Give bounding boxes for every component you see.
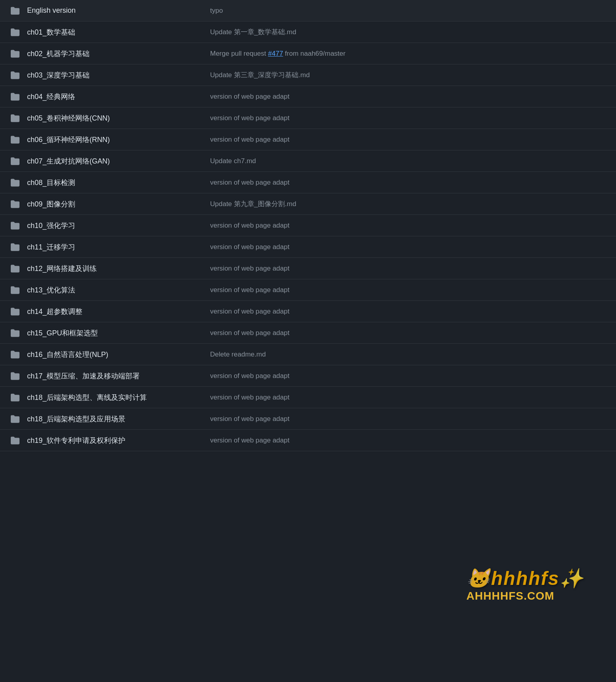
file-name[interactable]: ch05_卷积神经网络(CNN) xyxy=(27,113,194,123)
table-row[interactable]: ch16_自然语言处理(NLP)Delete readme.md xyxy=(0,344,616,365)
folder-icon xyxy=(8,350,22,359)
commit-message: version of web page adapt xyxy=(194,265,608,273)
commit-message: version of web page adapt xyxy=(194,222,608,230)
table-row[interactable]: ch02_机器学习基础Merge pull request #477 from … xyxy=(0,43,616,64)
folder-icon xyxy=(8,221,22,230)
file-name[interactable]: ch12_网络搭建及训练 xyxy=(27,264,194,273)
file-name[interactable]: ch13_优化算法 xyxy=(27,285,194,295)
file-name[interactable]: ch16_自然语言处理(NLP) xyxy=(27,350,194,359)
commit-message: Update 第一章_数学基础.md xyxy=(194,27,608,37)
commit-message: version of web page adapt xyxy=(194,436,608,444)
file-list: English versiontypo ch01_数学基础Update 第一章_… xyxy=(0,0,616,451)
commit-message: version of web page adapt xyxy=(194,415,608,423)
commit-message: Update ch7.md xyxy=(194,157,608,165)
file-name[interactable]: ch19_软件专利申请及权利保护 xyxy=(27,436,194,445)
folder-icon xyxy=(8,264,22,273)
commit-link[interactable]: #477 xyxy=(268,50,283,57)
table-row[interactable]: ch15_GPU和框架选型version of web page adapt xyxy=(0,322,616,344)
commit-message: version of web page adapt xyxy=(194,243,608,251)
folder-icon xyxy=(8,28,22,37)
commit-message: version of web page adapt xyxy=(194,179,608,187)
folder-icon xyxy=(8,157,22,166)
commit-message: version of web page adapt xyxy=(194,136,608,144)
folder-icon xyxy=(8,200,22,208)
watermark-text: 🐱hhhhfs✨ xyxy=(466,567,584,590)
folder-icon xyxy=(8,393,22,402)
commit-message: Delete readme.md xyxy=(194,351,608,359)
folder-icon xyxy=(8,49,22,58)
file-name[interactable]: ch08_目标检测 xyxy=(27,178,194,187)
commit-message: Merge pull request #477 from naah69/mast… xyxy=(194,50,608,58)
watermark: 🐱hhhhfs✨ AHHHHFS.COM xyxy=(466,567,584,602)
commit-message: version of web page adapt xyxy=(194,308,608,316)
table-row[interactable]: ch18_后端架构选型及应用场景version of web page adap… xyxy=(0,408,616,430)
file-name[interactable]: ch18_后端架构选型及应用场景 xyxy=(27,414,194,424)
folder-icon xyxy=(8,178,22,187)
commit-message: version of web page adapt xyxy=(194,286,608,294)
table-row[interactable]: ch09_图像分割Update 第九章_图像分割.md xyxy=(0,193,616,215)
commit-message: Update 第三章_深度学习基础.md xyxy=(194,70,608,80)
table-row[interactable]: ch19_软件专利申请及权利保护version of web page adap… xyxy=(0,430,616,451)
commit-message: Update 第九章_图像分割.md xyxy=(194,199,608,208)
table-row[interactable]: ch12_网络搭建及训练version of web page adapt xyxy=(0,258,616,279)
file-name[interactable]: ch18_后端架构选型、离线及实时计算 xyxy=(27,393,194,402)
file-name[interactable]: ch06_循环神经网络(RNN) xyxy=(27,135,194,144)
file-name[interactable]: ch10_强化学习 xyxy=(27,221,194,230)
commit-message: version of web page adapt xyxy=(194,394,608,401)
folder-icon xyxy=(8,135,22,144)
table-row[interactable]: ch03_深度学习基础Update 第三章_深度学习基础.md xyxy=(0,64,616,86)
folder-icon xyxy=(8,71,22,80)
folder-icon xyxy=(8,243,22,251)
table-row[interactable]: ch13_优化算法version of web page adapt xyxy=(0,279,616,301)
table-row[interactable]: ch14_超参数调整version of web page adapt xyxy=(0,301,616,322)
file-name[interactable]: ch17_模型压缩、加速及移动端部署 xyxy=(27,371,194,381)
table-row[interactable]: ch17_模型压缩、加速及移动端部署version of web page ad… xyxy=(0,365,616,387)
table-row[interactable]: ch07_生成对抗网络(GAN)Update ch7.md xyxy=(0,150,616,172)
file-name[interactable]: ch01_数学基础 xyxy=(27,27,194,37)
table-row[interactable]: ch11_迁移学习version of web page adapt xyxy=(0,236,616,258)
folder-icon xyxy=(8,286,22,294)
commit-message: version of web page adapt xyxy=(194,329,608,337)
folder-icon xyxy=(8,114,22,123)
commit-message: typo xyxy=(194,7,608,15)
file-name[interactable]: ch02_机器学习基础 xyxy=(27,49,194,58)
folder-icon xyxy=(8,92,22,101)
table-row[interactable]: ch10_强化学习version of web page adapt xyxy=(0,215,616,236)
file-name[interactable]: ch04_经典网络 xyxy=(27,92,194,101)
table-row[interactable]: ch05_卷积神经网络(CNN)version of web page adap… xyxy=(0,107,616,129)
file-name[interactable]: English version xyxy=(27,6,194,15)
commit-message: version of web page adapt xyxy=(194,372,608,380)
table-row[interactable]: ch06_循环神经网络(RNN)version of web page adap… xyxy=(0,129,616,150)
commit-message: version of web page adapt xyxy=(194,114,608,122)
table-row[interactable]: ch08_目标检测version of web page adapt xyxy=(0,172,616,193)
folder-icon xyxy=(8,415,22,423)
file-name[interactable]: ch09_图像分割 xyxy=(27,199,194,209)
watermark-url: AHHHHFS.COM xyxy=(466,590,584,602)
table-row[interactable]: ch04_经典网络version of web page adapt xyxy=(0,86,616,107)
file-name[interactable]: ch14_超参数调整 xyxy=(27,307,194,316)
table-row[interactable]: ch18_后端架构选型、离线及实时计算version of web page a… xyxy=(0,387,616,408)
table-row[interactable]: English versiontypo xyxy=(0,0,616,21)
folder-icon xyxy=(8,6,22,15)
folder-icon xyxy=(8,436,22,445)
file-name[interactable]: ch03_深度学习基础 xyxy=(27,70,194,80)
file-name[interactable]: ch07_生成对抗网络(GAN) xyxy=(27,156,194,166)
folder-icon xyxy=(8,307,22,316)
table-row[interactable]: ch01_数学基础Update 第一章_数学基础.md xyxy=(0,21,616,43)
file-name[interactable]: ch11_迁移学习 xyxy=(27,242,194,252)
folder-icon xyxy=(8,372,22,380)
file-name[interactable]: ch15_GPU和框架选型 xyxy=(27,328,194,338)
commit-message: version of web page adapt xyxy=(194,93,608,101)
folder-icon xyxy=(8,329,22,337)
